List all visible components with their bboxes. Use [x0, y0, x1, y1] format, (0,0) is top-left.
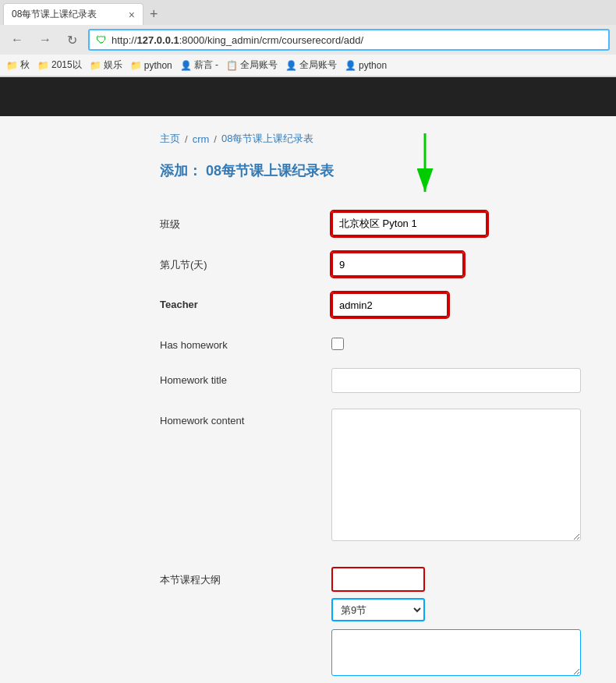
breadcrumb-home[interactable]: 主页 — [160, 132, 180, 146]
section-field-row: 第几节(天) — [160, 244, 600, 285]
teacher-label: Teacher — [160, 292, 331, 310]
bookmark-label: 娱乐 — [104, 58, 122, 72]
bookmark-6[interactable]: 📋 全局账号 — [226, 58, 278, 72]
syllabus-field: 第9节 — [331, 567, 600, 621]
has-homework-checkbox[interactable] — [331, 338, 344, 350]
homework-content-textarea[interactable] — [331, 409, 581, 541]
back-button[interactable]: ← — [6, 31, 28, 48]
homework-content-field — [331, 409, 600, 543]
content-area: 主页 / crm / 08每节课上课纪录表 添加： 08每节课上课纪录表 — [144, 124, 616, 683]
bookmark-4[interactable]: 📁 python — [130, 60, 172, 71]
security-shield-icon: 🛡 — [96, 34, 107, 46]
bookmark-8[interactable]: 👤 python — [345, 60, 387, 71]
homework-title-field-row: Homework title — [160, 360, 600, 401]
folder-icon: 📁 — [90, 60, 101, 71]
tab-title: 08每节课上课纪录表 — [12, 8, 122, 21]
teacher-input[interactable] — [331, 292, 448, 317]
syllabus-label: 本节课程大纲 — [160, 567, 331, 587]
new-tab-button[interactable]: + — [143, 6, 165, 23]
syllabus-content-row — [160, 629, 600, 683]
folder-icon: 📁 — [6, 60, 18, 71]
homework-title-label: Homework title — [160, 368, 331, 386]
page-content: 主页 / crm / 08每节课上课纪录表 添加： 08每节课上课纪录表 — [0, 116, 616, 683]
syllabus-content-textarea[interactable] — [331, 629, 581, 676]
browser-chrome: 08每节课上课纪录表 × + ← → ↻ 🛡 http://127.0.0.1:… — [0, 0, 616, 77]
bookmark-label: python — [359, 60, 387, 71]
breadcrumb-sep2: / — [214, 133, 217, 145]
form: 班级 第几节(天) Teacher Has h — [160, 203, 600, 683]
homework-title-input[interactable] — [331, 368, 581, 393]
bookmark-1[interactable]: 📁 秋 — [6, 58, 30, 72]
bookmark-label: 2015以 — [51, 58, 82, 72]
page-title: 添加： 08每节课上课纪录表 — [160, 154, 600, 196]
syllabus-content-label — [160, 629, 331, 635]
folder-icon: 📁 — [37, 60, 49, 71]
folder-icon: 📁 — [130, 60, 142, 71]
syllabus-content-field — [331, 629, 600, 678]
url-text: http://127.0.0.1:8000/king_admin/crm/cou… — [112, 34, 363, 46]
class-field-row: 班级 — [160, 203, 600, 244]
breadcrumb-sep1: / — [185, 133, 188, 145]
has-homework-field — [331, 333, 600, 352]
section-label: 第几节(天) — [160, 252, 331, 272]
bookmark-2[interactable]: 📁 2015以 — [37, 58, 82, 72]
bookmarks-bar: 📁 秋 📁 2015以 📁 娱乐 📁 python 👤 薪言 - 📋 全局账号 … — [0, 55, 616, 76]
active-tab[interactable]: 08每节课上课纪录表 × — [3, 3, 143, 25]
teacher-field — [331, 292, 600, 317]
breadcrumb-crm[interactable]: crm — [193, 133, 210, 145]
bookmark-label: 全局账号 — [240, 58, 278, 72]
has-homework-label: Has homework — [160, 333, 331, 351]
bookmark-label: 秋 — [20, 58, 30, 72]
breadcrumb-current[interactable]: 08每节课上课纪录表 — [221, 132, 313, 146]
syllabus-field-row: 本节课程大纲 第9节 — [160, 559, 600, 629]
class-field — [331, 211, 600, 236]
bookmark-label: 全局账号 — [299, 58, 337, 72]
breadcrumb: 主页 / crm / 08每节课上课纪录表 — [160, 124, 600, 154]
section-input[interactable] — [331, 252, 464, 277]
tab-close-button[interactable]: × — [129, 9, 135, 21]
teacher-field-row: Teacher — [160, 285, 600, 325]
app-header — [0, 77, 616, 116]
user-icon: 👤 — [285, 60, 297, 71]
bookmark-label: python — [144, 60, 172, 71]
class-label: 班级 — [160, 211, 331, 232]
homework-title-field — [331, 368, 600, 393]
homework-content-label: Homework content — [160, 409, 331, 426]
user-icon: 👤 — [345, 60, 356, 71]
bookmark-7[interactable]: 👤 全局账号 — [285, 58, 337, 72]
homework-content-field-row: Homework content — [160, 401, 600, 551]
syllabus-text-input[interactable] — [331, 567, 425, 592]
bookmark-5[interactable]: 👤 薪言 - — [180, 58, 218, 72]
bookmark-3[interactable]: 📁 娱乐 — [90, 58, 122, 72]
has-homework-field-row: Has homework — [160, 325, 600, 360]
forward-button[interactable]: → — [34, 31, 56, 48]
url-input[interactable]: 🛡 http://127.0.0.1:8000/king_admin/crm/c… — [88, 29, 610, 51]
class-input[interactable] — [331, 211, 487, 236]
address-bar: ← → ↻ 🛡 http://127.0.0.1:8000/king_admin… — [0, 25, 616, 55]
bookmark-label: 薪言 - — [194, 58, 218, 72]
section-field — [331, 252, 600, 277]
list-icon: 📋 — [226, 60, 238, 71]
reload-button[interactable]: ↻ — [62, 31, 82, 49]
user-icon: 👤 — [180, 60, 192, 71]
tab-bar: 08每节课上课纪录表 × + — [0, 0, 616, 25]
syllabus-select[interactable]: 第9节 — [331, 598, 425, 621]
